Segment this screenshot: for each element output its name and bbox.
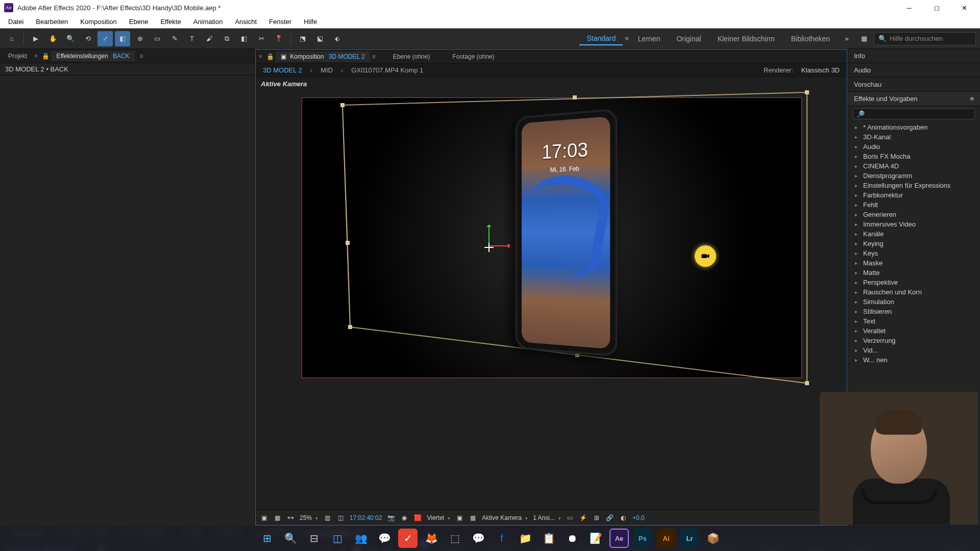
help-search[interactable]: 🔍 Hilfe durchsuchen <box>874 32 976 45</box>
bbox-handle[interactable] <box>340 103 345 107</box>
bbox-handle[interactable] <box>805 381 809 385</box>
tree-item[interactable]: ▸Veraltet <box>848 326 980 336</box>
bbox-handle[interactable] <box>348 325 352 329</box>
tab-ebene[interactable]: Ebene (ohne) <box>388 52 435 62</box>
axis-world-icon[interactable]: ⬕ <box>312 31 328 46</box>
notepad-icon[interactable]: 📝 <box>586 529 605 548</box>
grid-icon[interactable]: ▦ <box>469 514 477 522</box>
workspace-panel-icon[interactable]: ▦ <box>856 31 872 46</box>
menu-fenster[interactable]: Fenster <box>264 17 297 27</box>
roi-icon[interactable]: ◫ <box>336 514 345 522</box>
tree-item[interactable]: ▸Fehlt <box>848 200 980 210</box>
bbox-handle[interactable] <box>573 95 577 99</box>
tab-komposition[interactable]: ▣ Komposition 3D MODEL 2 <box>276 52 370 62</box>
tree-item[interactable]: ▸Stilisieren <box>848 307 980 316</box>
show-snapshot-icon[interactable]: ◉ <box>400 514 408 522</box>
app-icon[interactable]: ⬚ <box>445 529 464 548</box>
comp-flowchart-icon[interactable]: 🔗 <box>606 514 614 522</box>
obs-icon[interactable]: ⏺ <box>562 529 582 548</box>
transparency-grid-icon[interactable]: ▦ <box>273 514 281 522</box>
zoom-tool-icon[interactable]: 🔍 <box>63 31 78 46</box>
tree-item[interactable]: ▸Immersives Video <box>848 219 980 229</box>
views-count-dropdown[interactable]: 1 Ansi... <box>533 514 561 521</box>
camera-tool-icon[interactable]: ◧ <box>115 31 130 46</box>
photoshop-icon[interactable]: Ps <box>633 529 652 548</box>
tree-item[interactable]: ▸Generieren <box>848 210 980 219</box>
panel-info[interactable]: Info <box>848 49 980 63</box>
tree-item[interactable]: ▸* Animationsvorgaben <box>848 122 980 132</box>
tree-item[interactable]: ▸Keying <box>848 239 980 248</box>
rotate-tool-icon[interactable]: ⤢ <box>97 31 113 46</box>
menu-komposition[interactable]: Komposition <box>75 17 122 27</box>
tree-item[interactable]: ▸Maske <box>848 258 980 268</box>
workspace-menu-icon[interactable]: ≡ <box>625 35 629 42</box>
region-icon[interactable]: ▣ <box>455 514 463 522</box>
tab-footage[interactable]: Footage (ohne) <box>447 52 499 62</box>
tree-item[interactable]: ▸Verzerrung <box>848 336 980 345</box>
after-effects-icon[interactable]: Ae <box>609 529 629 548</box>
tree-item[interactable]: ▸Boris FX Mocha <box>848 152 980 161</box>
tree-item[interactable]: ▸Keys <box>848 248 980 258</box>
orbit-tool-icon[interactable]: ⟲ <box>80 31 95 46</box>
explorer-icon[interactable]: 📁 <box>516 529 535 548</box>
start-button[interactable]: ⊞ <box>257 529 277 548</box>
widgets-icon[interactable]: ◫ <box>328 529 347 548</box>
panel-audio[interactable]: Audio <box>848 63 980 78</box>
tree-item[interactable]: ▸Einstellungen für Expressions <box>848 181 980 190</box>
teams-icon[interactable]: 👥 <box>351 529 371 548</box>
renderer-value[interactable]: Klassisch 3D <box>801 66 840 74</box>
pixel-aspect-icon[interactable]: ▭ <box>566 514 574 522</box>
menu-ansicht[interactable]: Ansicht <box>230 17 262 27</box>
todoist-icon[interactable]: ✓ <box>398 529 418 548</box>
menu-datei[interactable]: Datei <box>3 17 29 27</box>
taskbar-search-icon[interactable]: 🔍 <box>281 529 300 548</box>
selection-tool-icon[interactable]: ▶ <box>28 31 43 46</box>
menu-ebene[interactable]: Ebene <box>124 17 154 27</box>
tree-item[interactable]: ▸Simulation <box>848 297 980 307</box>
app-icon[interactable]: 📋 <box>539 529 558 548</box>
menu-animation[interactable]: Animation <box>188 17 228 27</box>
menu-hilfe[interactable]: Hilfe <box>299 17 322 27</box>
tree-item[interactable]: ▸Farbkorrektur <box>848 190 980 200</box>
bbox-handle[interactable] <box>805 90 809 94</box>
comp-lock-icon[interactable]: 🔒 <box>266 53 274 60</box>
maximize-button[interactable]: ◻ <box>925 0 948 15</box>
workspace-original[interactable]: Original <box>669 33 708 45</box>
tab-projekt-close-icon[interactable]: × <box>34 53 38 60</box>
clone-tool-icon[interactable]: ⧉ <box>219 31 234 46</box>
zoom-dropdown[interactable]: 25% <box>300 514 318 521</box>
hand-tool-icon[interactable]: ✋ <box>45 31 61 46</box>
shape-tool-icon[interactable]: ▭ <box>150 31 165 46</box>
menu-bearbeiten[interactable]: Bearbeiten <box>31 17 73 27</box>
facebook-icon[interactable]: f <box>492 529 511 548</box>
panel-effects-menu-icon[interactable]: ≡ <box>970 95 974 103</box>
whatsapp-icon[interactable]: 💬 <box>375 529 394 548</box>
tree-item[interactable]: ▸Vid... <box>848 345 980 355</box>
panel-lock-icon[interactable]: 🔒 <box>42 53 49 60</box>
workspace-bibliotheken[interactable]: Bibliotheken <box>784 33 837 45</box>
workspace-lernen[interactable]: Lernen <box>631 33 668 45</box>
resolution-dropdown[interactable]: Viertel <box>427 514 450 521</box>
axis-y-icon[interactable] <box>488 225 489 245</box>
workspace-standard[interactable]: Standard <box>579 32 623 45</box>
bbox-handle[interactable] <box>346 241 350 245</box>
panel-vorschau[interactable]: Vorschau <box>848 78 980 92</box>
tree-item[interactable]: ▸CINEMA 4D <box>848 161 980 171</box>
tree-item[interactable]: ▸Text <box>848 316 980 326</box>
tab-effekteinstellungen[interactable]: Effekteinstellungen BACK <box>51 51 134 61</box>
tree-item[interactable]: ▸Matte <box>848 268 980 278</box>
workspace-overflow-icon[interactable]: » <box>839 31 854 46</box>
crumb-clip[interactable]: GX010707.MP4 Komp 1 <box>351 66 423 74</box>
tree-item[interactable]: ▸W... nen <box>848 355 980 365</box>
tree-item[interactable]: ▸Dienstprogramm <box>848 171 980 181</box>
messenger-icon[interactable]: 💬 <box>469 529 488 548</box>
crumb-mid[interactable]: MID <box>321 66 333 74</box>
anchor-tool-icon[interactable]: ⊕ <box>132 31 148 46</box>
viewport[interactable]: Aktive Kamera 17:03 Mi, 16. Feb <box>256 77 847 510</box>
resolution-icon[interactable]: ▥ <box>323 514 331 522</box>
footer-timecode[interactable]: 17:02:40:02 <box>350 514 382 521</box>
roto-tool-icon[interactable]: ✂ <box>254 31 269 46</box>
axis-local-icon[interactable]: ⬔ <box>295 31 310 46</box>
workspace-kleiner[interactable]: Kleiner Bildschirm <box>710 33 782 45</box>
fast-preview-icon[interactable]: ⚡ <box>579 514 587 522</box>
